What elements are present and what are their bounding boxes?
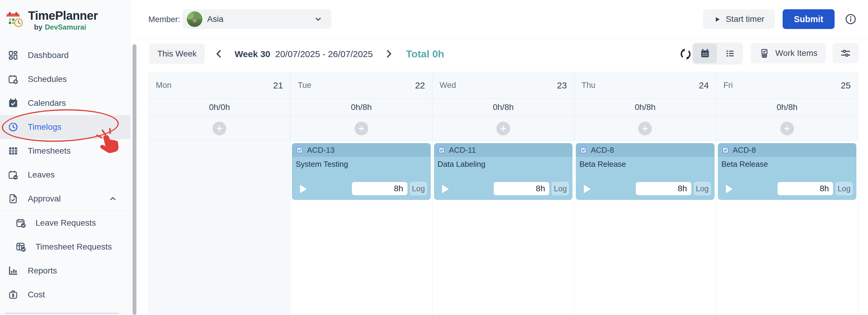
sidebar-item-label: Dashboard	[28, 51, 69, 60]
add-timelog-button[interactable]	[213, 122, 226, 135]
app-subtitle: byDevSamurai	[28, 23, 98, 31]
task-hours-input[interactable]	[494, 182, 549, 195]
task-id: ACD-11	[449, 146, 476, 155]
logged-vs-capacity: 0h/8h	[634, 103, 655, 112]
week-date-range: 20/07/2025 - 26/07/2025	[275, 49, 373, 59]
plus-icon	[641, 125, 649, 133]
logged-vs-capacity: 0h/0h	[209, 103, 230, 112]
task-checkbox-icon[interactable]	[438, 146, 446, 154]
filter-button[interactable]	[833, 43, 859, 63]
log-button[interactable]: Log	[410, 182, 427, 196]
list-view-icon[interactable]	[718, 44, 742, 63]
member-select[interactable]: Asia	[183, 9, 331, 29]
sidebar-item-calendars[interactable]: Calendars	[0, 91, 130, 115]
sidebar-item-label: Timesheets	[28, 146, 71, 156]
play-timer-icon[interactable]	[582, 183, 592, 195]
add-timelog-cell	[716, 116, 858, 141]
sidebar-item-label: Approval	[28, 194, 61, 203]
sidebar-item-timelogs[interactable]: Timelogs	[0, 115, 130, 139]
add-timelog-cell	[433, 116, 574, 141]
total-hours-label: Total 0h	[406, 48, 444, 60]
day-date: 23	[557, 80, 567, 91]
work-items-icon	[759, 48, 770, 59]
submit-button[interactable]: Submit	[783, 9, 835, 29]
sidebar-item-schedules[interactable]: Schedules	[0, 67, 130, 91]
sidebar-scrollbar-thumb[interactable]	[132, 44, 136, 315]
member-label: Member:	[148, 15, 180, 24]
day-tasks-cell: ACD-11 Data Labeling Log	[433, 141, 574, 315]
refresh-icon[interactable]	[679, 47, 692, 61]
play-timer-icon[interactable]	[440, 183, 450, 195]
task-card[interactable]: ACD-8 Beta Release Log	[576, 143, 714, 200]
timesheets-icon	[8, 146, 19, 156]
chevron-down-icon	[314, 15, 322, 23]
day-tasks-cell	[149, 141, 290, 315]
day-hours-cell: 0h/8h	[716, 98, 858, 116]
day-column-thu: Thu 24 0h/8h ACD-8	[574, 72, 716, 315]
log-button[interactable]: Log	[552, 182, 569, 196]
logged-vs-capacity: 0h/8h	[777, 103, 798, 112]
task-card-header: ACD-8	[576, 143, 714, 157]
sidebar-item-dashboard[interactable]: Dashboard	[0, 43, 130, 67]
day-date: 21	[273, 80, 283, 91]
day-header-cell: Mon 21	[149, 72, 290, 98]
task-checkbox-icon[interactable]	[296, 146, 304, 154]
this-week-button[interactable]: This Week	[149, 44, 205, 64]
sidebar-item-timesheets[interactable]: Timesheets	[0, 139, 130, 163]
day-column-tue: Tue 22 0h/8h ACD-13	[290, 72, 432, 315]
play-timer-icon[interactable]	[724, 183, 734, 195]
add-timelog-cell	[290, 116, 432, 141]
sidebar-item-approval[interactable]: Approval	[0, 187, 130, 211]
start-timer-button[interactable]: Start timer	[703, 9, 775, 29]
task-card[interactable]: ACD-13 System Testing Log	[292, 143, 430, 200]
log-button[interactable]: Log	[835, 182, 853, 196]
day-header-cell: Thu 24	[574, 72, 716, 98]
plus-icon	[358, 125, 365, 133]
sidebar-item-cost[interactable]: Cost	[0, 283, 130, 307]
task-id: ACD-8	[591, 146, 614, 155]
sidebar-item-leave-requests[interactable]: Leave Requests	[0, 211, 130, 235]
sidebar-item-timesheet-requests[interactable]: Timesheet Requests	[0, 235, 130, 259]
task-id: ACD-13	[307, 146, 334, 155]
day-name: Mon	[156, 81, 172, 90]
task-checkbox-icon[interactable]	[721, 146, 730, 154]
calendar-view-icon[interactable]	[693, 44, 717, 63]
sidebar-item-leaves[interactable]: Leaves	[0, 163, 130, 187]
play-timer-icon[interactable]	[298, 183, 308, 195]
task-card-header: ACD-8	[718, 143, 856, 157]
task-title: Beta Release	[718, 157, 856, 169]
chevron-up-icon[interactable]	[108, 194, 117, 203]
chevron-left-icon[interactable]	[214, 49, 224, 59]
app-window: TimePlanner byDevSamurai Dashboard Sched…	[0, 0, 868, 315]
task-card[interactable]: ACD-8 Beta Release Log	[718, 143, 856, 200]
week-toolbar: This Week Week 30 20/07/2025 - 26/07/202…	[131, 38, 868, 72]
chevron-right-icon[interactable]	[383, 49, 394, 59]
add-timelog-button[interactable]	[638, 122, 652, 135]
sidebar-item-label: Timelogs	[28, 122, 61, 132]
work-items-button[interactable]: Work Items	[751, 43, 826, 63]
add-timelog-button[interactable]	[354, 122, 368, 135]
day-header-cell: Tue 22	[290, 72, 432, 98]
sidebar-item-label: Calendars	[28, 98, 66, 108]
day-name: Tue	[298, 81, 311, 90]
task-checkbox-icon[interactable]	[579, 146, 587, 154]
task-title: System Testing	[292, 157, 430, 169]
main-content: Member: Asia Start timer Submit	[131, 0, 868, 315]
sidebar-item-reports[interactable]: Reports	[0, 259, 130, 283]
task-card[interactable]: ACD-11 Data Labeling Log	[434, 143, 572, 200]
task-hours-input[interactable]	[352, 182, 407, 195]
add-timelog-button[interactable]	[780, 122, 794, 135]
approval-icon	[8, 193, 19, 204]
task-hours-input[interactable]	[778, 182, 833, 195]
day-tasks-cell: ACD-8 Beta Release Log	[574, 141, 716, 315]
calendars-icon	[8, 98, 19, 109]
task-hours-input[interactable]	[636, 182, 691, 195]
info-icon[interactable]	[845, 13, 857, 25]
member-avatar	[187, 11, 203, 27]
sidebar-item-label: Reports	[28, 266, 57, 276]
add-timelog-button[interactable]	[496, 122, 510, 135]
log-button[interactable]: Log	[694, 182, 711, 196]
sidebar-bottom-divider	[5, 313, 119, 314]
sidebar-item-label: Leaves	[28, 170, 55, 180]
add-timelog-cell	[574, 116, 716, 141]
